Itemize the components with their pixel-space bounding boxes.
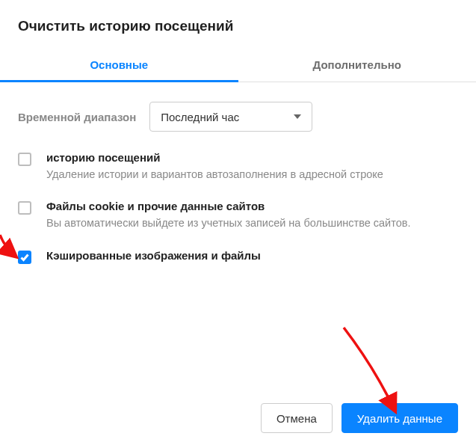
time-range-label: Временной диапазон (18, 111, 136, 123)
time-range-value: Последний час (161, 111, 239, 123)
delete-data-button-label: Удалить данные (357, 412, 442, 425)
chevron-down-icon (294, 114, 301, 119)
option-title: историю посещений (46, 151, 458, 164)
tab-advanced-label: Дополнительно (313, 58, 401, 71)
option-cached: Кэшированные изображения и файлы (18, 249, 458, 265)
checkbox-browsing-history[interactable] (18, 153, 31, 166)
tabs: Основные Дополнительно (0, 48, 476, 82)
option-desc: Удаление истории и вариантов автозаполне… (46, 167, 458, 182)
option-title: Кэшированные изображения и файлы (46, 249, 458, 262)
cancel-button[interactable]: Отмена (261, 403, 333, 433)
tab-basic[interactable]: Основные (0, 48, 238, 82)
tab-advanced[interactable]: Дополнительно (238, 48, 477, 82)
time-range-row: Временной диапазон Последний час (18, 102, 458, 132)
option-title: Файлы cookie и прочие данные сайтов (46, 200, 458, 212)
option-cookies: Файлы cookie и прочие данные сайтов Вы а… (18, 200, 458, 230)
checkbox-cached[interactable] (18, 251, 31, 264)
dialog-title: Очистить историю посещений (18, 18, 458, 34)
option-text: историю посещений Удаление истории и вар… (46, 151, 458, 182)
option-text: Файлы cookie и прочие данные сайтов Вы а… (46, 200, 458, 230)
option-browsing-history: историю посещений Удаление истории и вар… (18, 151, 458, 182)
tab-basic-label: Основные (90, 58, 148, 71)
cancel-button-label: Отмена (276, 412, 317, 425)
dialog-footer: Отмена Удалить данные (261, 403, 458, 433)
option-desc: Вы автоматически выйдете из учетных запи… (46, 215, 458, 230)
options-list: историю посещений Удаление истории и вар… (18, 151, 458, 265)
clear-browsing-data-dialog: Очистить историю посещений Основные Допо… (0, 0, 476, 265)
checkbox-cookies[interactable] (18, 201, 31, 215)
option-text: Кэшированные изображения и файлы (46, 249, 458, 265)
delete-data-button[interactable]: Удалить данные (341, 403, 458, 433)
time-range-select[interactable]: Последний час (149, 102, 312, 132)
